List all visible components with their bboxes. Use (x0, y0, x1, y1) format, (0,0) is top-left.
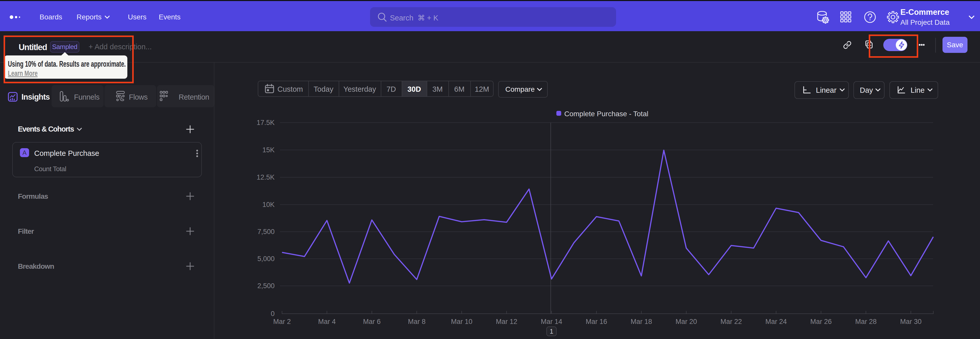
svg-text:0: 0 (271, 310, 275, 318)
svg-text:Mar 2: Mar 2 (273, 318, 291, 325)
svg-text:Mar 22: Mar 22 (721, 318, 742, 325)
svg-text:Mar 26: Mar 26 (810, 318, 832, 325)
svg-text:5,000: 5,000 (257, 255, 275, 262)
svg-text:Mar 14: Mar 14 (541, 318, 562, 325)
svg-text:10K: 10K (262, 201, 275, 208)
svg-text:Mar 18: Mar 18 (631, 318, 652, 325)
svg-text:Mar 30: Mar 30 (900, 318, 921, 325)
svg-text:7,500: 7,500 (257, 228, 275, 235)
svg-text:15K: 15K (262, 146, 275, 154)
svg-text:Mar 20: Mar 20 (676, 318, 697, 325)
svg-text:Complete Purchase - Total: Complete Purchase - Total (564, 110, 648, 118)
svg-text:Mar 4: Mar 4 (318, 318, 336, 325)
svg-text:2,500: 2,500 (257, 282, 275, 290)
svg-text:Mar 28: Mar 28 (855, 318, 877, 325)
svg-text:17.5K: 17.5K (256, 119, 275, 126)
svg-text:Mar 16: Mar 16 (586, 318, 607, 325)
svg-text:Mar 10: Mar 10 (451, 318, 473, 325)
svg-text:Mar 24: Mar 24 (765, 318, 787, 325)
svg-text:Mar 12: Mar 12 (496, 318, 517, 325)
svg-text:12.5K: 12.5K (256, 173, 275, 181)
svg-text:Mar 8: Mar 8 (408, 318, 425, 325)
svg-text:1: 1 (550, 328, 553, 335)
svg-text:Mar 6: Mar 6 (363, 318, 380, 325)
